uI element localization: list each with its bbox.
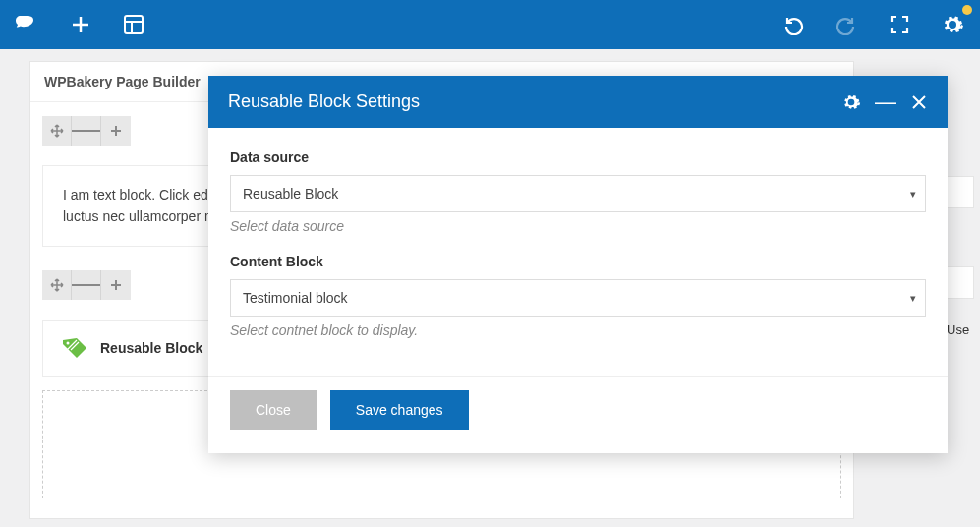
- tag-icon: [61, 336, 90, 360]
- save-button[interactable]: Save changes: [330, 390, 469, 430]
- data-source-select[interactable]: Reusable Block: [230, 175, 926, 212]
- settings-modal: Reusable Block Settings — Data source Re…: [208, 76, 948, 453]
- svg-point-3: [67, 341, 70, 344]
- fullscreen-icon[interactable]: [882, 7, 917, 42]
- svg-rect-0: [125, 16, 143, 33]
- modal-footer: Close Save changes: [208, 376, 948, 453]
- add-element-icon[interactable]: [101, 116, 131, 146]
- modal-header-actions: —: [841, 92, 928, 112]
- row-controls: [42, 116, 131, 146]
- data-source-hint: Select data source: [230, 218, 926, 234]
- top-toolbar: [0, 0, 980, 49]
- content-block-hint: Select contnet block to display.: [230, 322, 926, 338]
- data-source-label: Data source: [230, 149, 926, 165]
- toolbar-right: [776, 7, 970, 42]
- redo-icon: [829, 7, 864, 42]
- close-icon[interactable]: [910, 93, 928, 111]
- panel-title: WPBakery Page Builder: [44, 74, 201, 89]
- columns-icon[interactable]: [72, 116, 101, 146]
- gear-icon[interactable]: [841, 92, 861, 112]
- modal-body: Data source Reusable Block Select data s…: [208, 128, 948, 366]
- toolbar-left: [10, 7, 151, 42]
- content-block-label: Content Block: [230, 254, 926, 269]
- modal-header: Reusable Block Settings —: [208, 76, 948, 128]
- close-button[interactable]: Close: [230, 390, 317, 430]
- undo-icon[interactable]: [776, 7, 811, 42]
- columns-icon[interactable]: [72, 270, 101, 300]
- logo-icon[interactable]: [10, 7, 45, 42]
- minimize-icon[interactable]: —: [875, 97, 896, 107]
- add-element-icon[interactable]: [101, 270, 131, 300]
- move-icon[interactable]: [42, 116, 72, 146]
- move-icon[interactable]: [42, 270, 72, 300]
- template-icon[interactable]: [116, 7, 151, 42]
- content-block-select[interactable]: Testimonial block: [230, 279, 926, 317]
- reusable-block-label: Reusable Block: [100, 340, 202, 356]
- add-icon[interactable]: [63, 7, 98, 42]
- modal-title: Reusable Block Settings: [228, 91, 420, 112]
- settings-icon[interactable]: [935, 7, 970, 42]
- row-controls-2: [42, 270, 131, 300]
